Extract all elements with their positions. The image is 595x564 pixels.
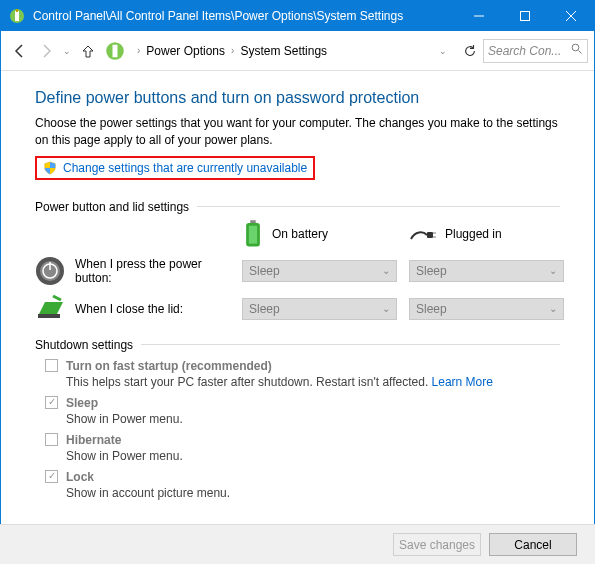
change-unavailable-settings-link[interactable]: Change settings that are currently unava… — [35, 156, 315, 180]
hibernate-option: Hibernate Show in Power menu. — [45, 433, 560, 463]
svg-line-10 — [579, 51, 582, 54]
power-button-group-title: Power button and lid settings — [35, 200, 560, 214]
chevron-down-icon: ⌄ — [382, 303, 390, 314]
power-options-icon — [105, 41, 125, 61]
sleep-option: Sleep Show in Power menu. — [45, 396, 560, 426]
power-options-icon — [9, 8, 25, 24]
power-button-plugged-select[interactable]: Sleep⌄ — [409, 260, 564, 282]
power-button-row-label: When I press the power button: — [35, 256, 230, 286]
svg-rect-8 — [113, 44, 118, 57]
cancel-button[interactable]: Cancel — [489, 533, 577, 556]
page-description: Choose the power settings that you want … — [35, 115, 560, 150]
svg-rect-21 — [38, 314, 60, 318]
search-placeholder: Search Con... — [488, 44, 561, 58]
up-button[interactable] — [75, 38, 101, 64]
window-title: Control Panel\All Control Panel Items\Po… — [33, 9, 456, 23]
minimize-button[interactable] — [456, 1, 502, 31]
power-button-battery-select[interactable]: Sleep⌄ — [242, 260, 397, 282]
uac-shield-icon — [43, 161, 57, 175]
chevron-down-icon: ⌄ — [382, 265, 390, 276]
fast-startup-option: Turn on fast startup (recommended) This … — [45, 359, 560, 389]
power-button-icon — [35, 256, 65, 286]
forward-button[interactable] — [33, 38, 59, 64]
shutdown-group-title: Shutdown settings — [35, 338, 560, 352]
svg-rect-13 — [249, 226, 257, 244]
chevron-right-icon[interactable]: › — [227, 45, 238, 56]
lid-plugged-select[interactable]: Sleep⌄ — [409, 298, 564, 320]
sleep-checkbox[interactable] — [45, 396, 58, 409]
svg-rect-1 — [15, 11, 19, 21]
search-icon — [571, 43, 583, 58]
close-button[interactable] — [548, 1, 594, 31]
address-dropdown-icon[interactable]: ⌄ — [435, 46, 451, 56]
learn-more-link[interactable]: Learn More — [432, 375, 493, 389]
lid-battery-select[interactable]: Sleep⌄ — [242, 298, 397, 320]
refresh-button[interactable] — [457, 44, 483, 58]
svg-rect-14 — [427, 232, 433, 238]
back-button[interactable] — [7, 38, 33, 64]
content-area: Define power buttons and turn on passwor… — [1, 71, 594, 506]
laptop-lid-icon — [35, 294, 65, 324]
lock-checkbox[interactable] — [45, 470, 58, 483]
search-input[interactable]: Search Con... — [483, 39, 588, 63]
svg-rect-4 — [521, 12, 530, 21]
chevron-down-icon: ⌄ — [549, 265, 557, 276]
maximize-button[interactable] — [502, 1, 548, 31]
svg-rect-11 — [250, 220, 256, 223]
lid-close-row-label: When I close the lid: — [35, 294, 230, 324]
chevron-right-icon[interactable]: › — [133, 45, 144, 56]
on-battery-column: On battery — [242, 220, 397, 248]
titlebar: Control Panel\All Control Panel Items\Po… — [1, 1, 594, 31]
svg-rect-2 — [16, 9, 18, 12]
fast-startup-checkbox[interactable] — [45, 359, 58, 372]
breadcrumb-system-settings[interactable]: System Settings — [240, 44, 327, 58]
history-dropdown-icon[interactable]: ⌄ — [59, 46, 75, 56]
svg-point-9 — [572, 44, 579, 51]
footer: Save changes Cancel — [0, 524, 595, 564]
page-title: Define power buttons and turn on passwor… — [35, 89, 560, 107]
navbar: ⌄ › Power Options › System Settings ⌄ Se… — [1, 31, 594, 71]
hibernate-checkbox[interactable] — [45, 433, 58, 446]
change-link-text: Change settings that are currently unava… — [63, 161, 307, 175]
plug-icon — [409, 225, 437, 243]
lock-option: Lock Show in account picture menu. — [45, 470, 560, 500]
breadcrumb[interactable]: › Power Options › System Settings — [105, 41, 435, 61]
chevron-down-icon: ⌄ — [549, 303, 557, 314]
save-button[interactable]: Save changes — [393, 533, 481, 556]
plugged-in-column: Plugged in — [409, 225, 564, 243]
battery-icon — [242, 220, 264, 248]
breadcrumb-power-options[interactable]: Power Options — [146, 44, 225, 58]
